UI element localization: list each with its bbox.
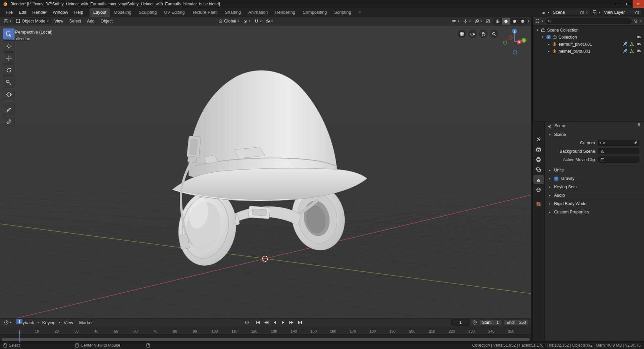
outliner-editor-icon[interactable] bbox=[535, 19, 540, 23]
overlays-dropdown[interactable]: ▾ bbox=[473, 18, 484, 24]
auto-keyframe-button[interactable] bbox=[243, 319, 251, 326]
timeline-track-area[interactable] bbox=[0, 334, 531, 342]
filter-funnel-icon[interactable] bbox=[634, 19, 638, 23]
tab-world-properties[interactable] bbox=[533, 185, 544, 194]
section-rigid-body-world[interactable]: ▸ Rigid Body World bbox=[545, 199, 644, 208]
copies-icon[interactable] bbox=[580, 11, 584, 14]
play-reverse-button[interactable] bbox=[271, 319, 278, 326]
mesh-data-icon[interactable] bbox=[630, 49, 634, 53]
menu-add[interactable]: Add bbox=[85, 18, 97, 24]
playhead[interactable]: 1 bbox=[16, 319, 22, 324]
add-workspace-button[interactable]: + bbox=[355, 8, 365, 17]
orientation-dropdown[interactable]: Global ▾ bbox=[217, 18, 241, 24]
tool-move[interactable] bbox=[3, 52, 15, 64]
menu-keying[interactable]: Keying bbox=[40, 319, 58, 326]
expand-icon[interactable]: ▼ bbox=[535, 29, 539, 32]
view-layer-name-field[interactable]: View Layer bbox=[602, 9, 641, 16]
toggle-perspective-button[interactable] bbox=[458, 30, 466, 38]
zoom-view-button[interactable] bbox=[490, 30, 498, 38]
gizmo-y-negative[interactable] bbox=[503, 41, 507, 44]
workspace-tab-shading[interactable]: Shading bbox=[221, 8, 245, 17]
end-frame-field[interactable]: End: 250 bbox=[504, 319, 529, 326]
menu-marker[interactable]: Marker bbox=[76, 319, 95, 326]
shading-solid-button[interactable] bbox=[502, 18, 510, 24]
tool-rotate[interactable] bbox=[3, 64, 15, 76]
prev-keyframe-button[interactable] bbox=[263, 319, 270, 326]
tool-annotate[interactable] bbox=[3, 104, 15, 115]
modifier-wrench-icon[interactable] bbox=[623, 49, 627, 53]
view-layer-browse-icon[interactable] bbox=[593, 10, 597, 15]
editor-type-button[interactable]: ▾ bbox=[2, 18, 13, 24]
unlink-scene-icon[interactable]: × bbox=[586, 10, 588, 14]
menu-file[interactable]: File bbox=[3, 8, 16, 17]
section-keying-sets[interactable]: ▸ Keying Sets bbox=[545, 183, 644, 191]
gizmo-x-negative[interactable] bbox=[509, 36, 512, 39]
menu-view-timeline[interactable]: View bbox=[61, 319, 76, 326]
start-frame-field[interactable]: Start: 1 bbox=[479, 319, 501, 326]
gizmo-z-negative[interactable] bbox=[513, 51, 517, 54]
tool-scale[interactable] bbox=[3, 77, 15, 88]
scene-panel-header[interactable]: ▼ Scene bbox=[545, 130, 644, 139]
copies-icon[interactable] bbox=[635, 11, 639, 14]
timeline-ruler[interactable]: 1 10 20 30 40 50 60 70 80 90 100 110 120… bbox=[0, 327, 531, 334]
menu-render[interactable]: Render bbox=[29, 8, 50, 17]
mode-dropdown[interactable]: Object Mode ▾ bbox=[14, 18, 51, 24]
proportional-editing-dropdown[interactable]: ▾ bbox=[264, 18, 275, 24]
close-button[interactable]: × bbox=[633, 0, 644, 8]
chevron-down-icon[interactable]: ▾ bbox=[542, 20, 543, 23]
section-units[interactable]: ▸ Units bbox=[545, 166, 644, 174]
menu-help[interactable]: Help bbox=[71, 8, 86, 17]
tool-measure[interactable] bbox=[3, 116, 15, 127]
tab-render-properties[interactable] bbox=[533, 145, 544, 154]
outliner-row-earmuff-pivot[interactable]: ▸ earmuff_pivot.001 bbox=[533, 41, 644, 48]
expand-icon[interactable]: ▼ bbox=[541, 36, 545, 39]
snap-toggle[interactable]: ▾ bbox=[253, 18, 263, 24]
workspace-tab-texture-paint[interactable]: Texture Paint bbox=[189, 8, 221, 17]
workspace-tab-sculpting[interactable]: Sculpting bbox=[135, 8, 160, 17]
pan-view-button[interactable] bbox=[479, 30, 488, 38]
shading-material-button[interactable] bbox=[510, 18, 519, 24]
navigation-gizmo[interactable]: Z Y X bbox=[502, 28, 529, 58]
play-button[interactable] bbox=[279, 319, 287, 326]
tool-cursor[interactable] bbox=[3, 40, 15, 52]
tool-transform[interactable] bbox=[3, 89, 15, 100]
chevron-down-icon[interactable]: ▾ bbox=[599, 11, 600, 14]
section-audio[interactable]: ▸ Audio bbox=[545, 191, 644, 199]
outliner-row-scene-collection[interactable]: ▼ Scene Collection bbox=[533, 27, 644, 34]
section-gravity[interactable]: ▸ ✓ Gravity bbox=[545, 174, 644, 183]
scene-name-field[interactable]: Scene × bbox=[550, 9, 590, 16]
gizmos-dropdown[interactable]: ▾ bbox=[462, 18, 472, 24]
expand-icon[interactable]: ▸ bbox=[547, 50, 551, 53]
jump-to-start-button[interactable] bbox=[254, 319, 262, 326]
timeline-scrollbar[interactable] bbox=[2, 338, 530, 341]
menu-edit[interactable]: Edit bbox=[16, 8, 29, 17]
tab-view-layer-properties[interactable] bbox=[533, 165, 544, 174]
outliner-row-collection[interactable]: ▼ ✓ Collection bbox=[533, 34, 644, 41]
workspace-tab-layout[interactable]: Layout bbox=[90, 8, 110, 17]
expand-icon[interactable]: ▸ bbox=[547, 43, 551, 46]
tab-output-properties[interactable] bbox=[533, 155, 544, 164]
chevron-down-icon[interactable]: ▾ bbox=[548, 11, 549, 14]
workspace-tab-uv-editing[interactable]: UV Editing bbox=[160, 8, 188, 17]
gravity-checkbox[interactable]: ✓ bbox=[554, 177, 558, 181]
outliner-row-helmet-pivot[interactable]: ▸ helmet_pivot.001 bbox=[533, 48, 644, 55]
camera-field[interactable] bbox=[598, 140, 639, 146]
active-movie-clip-field[interactable] bbox=[598, 156, 639, 163]
jump-to-end-button[interactable] bbox=[296, 319, 304, 326]
shading-rendered-button[interactable] bbox=[519, 18, 527, 24]
tab-texture-properties[interactable] bbox=[533, 199, 544, 208]
pin-icon[interactable] bbox=[637, 123, 641, 127]
workspace-tab-rendering[interactable]: Rendering bbox=[271, 8, 299, 17]
section-custom-properties[interactable]: ▸ Custom Properties bbox=[545, 208, 644, 216]
viewport-canvas[interactable] bbox=[0, 26, 531, 318]
tool-select-box[interactable] bbox=[3, 28, 15, 40]
tab-tool-properties[interactable] bbox=[533, 135, 544, 144]
menu-object[interactable]: Object bbox=[98, 18, 115, 24]
eye-visibility-icon[interactable] bbox=[636, 49, 641, 53]
menu-select[interactable]: Select bbox=[67, 18, 84, 24]
camera-view-button[interactable] bbox=[468, 30, 477, 38]
pivot-dropdown[interactable]: ▾ bbox=[241, 18, 252, 24]
current-frame-field[interactable]: 1 bbox=[451, 319, 470, 326]
menu-window[interactable]: Window bbox=[50, 8, 71, 17]
outliner-search-field[interactable] bbox=[545, 18, 632, 24]
